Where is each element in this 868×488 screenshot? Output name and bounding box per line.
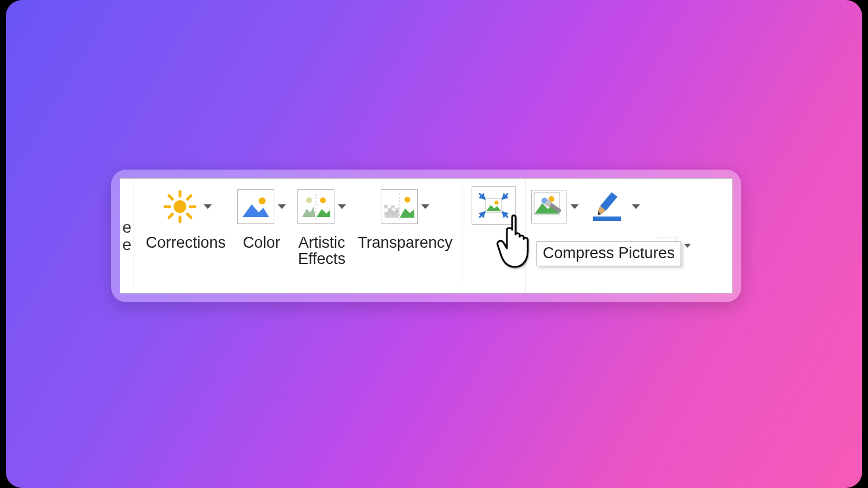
svg-line-8 — [187, 196, 191, 199]
compress-picture-icon — [472, 186, 516, 225]
chevron-down-icon[interactable] — [421, 204, 429, 209]
chevron-down-icon[interactable] — [684, 244, 691, 248]
group-separator — [462, 185, 462, 283]
chevron-down-icon[interactable] — [278, 204, 286, 209]
tooltip-compress-pictures: Compress Pictures — [536, 241, 681, 266]
ribbon-panel: e e — [111, 170, 741, 302]
chevron-down-icon[interactable] — [571, 204, 579, 209]
group-divider — [525, 179, 525, 293]
svg-point-10 — [259, 197, 266, 204]
transparency-label: Transparency — [358, 234, 453, 251]
gradient-stage: e e — [6, 0, 862, 488]
picture-border-button[interactable] — [584, 179, 646, 228]
corrections-label: Corrections — [146, 234, 226, 251]
artistic-effects-label: Artistic Effects — [298, 234, 345, 267]
previous-group-cutoff: e e — [120, 179, 134, 293]
svg-point-0 — [174, 200, 186, 213]
transparency-button[interactable]: Transparency — [352, 179, 458, 251]
chevron-down-icon[interactable] — [632, 204, 640, 209]
artistic-effects-icon — [297, 189, 334, 224]
picture-brush-icon — [531, 190, 567, 223]
svg-line-5 — [169, 196, 172, 199]
corrections-button[interactable]: Corrections — [134, 179, 231, 251]
picture-icon — [237, 189, 274, 224]
svg-point-17 — [404, 197, 410, 203]
artistic-effects-button[interactable]: Artistic Effects — [292, 179, 352, 267]
svg-rect-41 — [593, 217, 621, 221]
svg-point-14 — [306, 197, 312, 203]
brightness-icon — [160, 186, 200, 227]
quick-styles-button[interactable]: Quick — [529, 179, 584, 251]
svg-line-7 — [169, 214, 172, 218]
color-label: Color — [243, 234, 281, 251]
color-button[interactable]: Color — [231, 179, 292, 251]
picture-border-pen-icon — [588, 186, 628, 227]
compress-pictures-button[interactable] — [466, 179, 521, 226]
chevron-down-icon[interactable] — [204, 204, 212, 209]
chevron-down-icon[interactable] — [338, 204, 346, 209]
picture-format-ribbon: e e — [120, 178, 733, 293]
transparency-icon — [381, 189, 418, 224]
svg-rect-18 — [384, 205, 388, 208]
svg-line-6 — [187, 214, 191, 218]
svg-point-13 — [320, 197, 326, 203]
svg-rect-21 — [391, 205, 395, 208]
svg-point-25 — [495, 201, 499, 205]
svg-marker-38 — [600, 192, 617, 211]
